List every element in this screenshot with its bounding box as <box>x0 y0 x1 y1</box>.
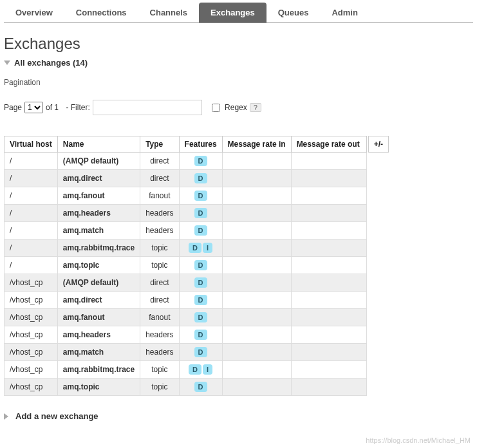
plus-minus-button[interactable]: +/- <box>368 136 388 153</box>
cell-rate-in <box>222 292 291 309</box>
cell-rate-in <box>222 326 291 344</box>
table-row: /amq.topictopicD <box>5 257 367 274</box>
filter-input[interactable] <box>93 100 202 115</box>
cell-type: direct <box>140 274 179 292</box>
cell-rate-in <box>222 153 291 170</box>
cell-rate-out <box>291 292 366 309</box>
cell-vhost: / <box>5 257 58 274</box>
chevron-right-icon <box>4 413 12 420</box>
tab-overview[interactable]: Overview <box>4 3 64 23</box>
cell-features: D <box>179 222 222 239</box>
cell-rate-in <box>222 170 291 187</box>
cell-rate-in <box>222 361 291 378</box>
cell-name[interactable]: amq.direct <box>57 170 140 187</box>
cell-features: D <box>179 344 222 361</box>
cell-rate-in <box>222 274 291 292</box>
cell-features: D <box>179 205 222 222</box>
cell-features: D <box>179 153 222 170</box>
cell-rate-out <box>291 205 366 222</box>
feature-badge-d: D <box>194 277 207 288</box>
cell-name[interactable]: amq.match <box>57 222 140 239</box>
cell-name[interactable]: amq.rabbitmq.trace <box>57 361 140 378</box>
cell-name[interactable]: amq.headers <box>57 326 140 344</box>
cell-features: DI <box>179 239 222 257</box>
tab-channels[interactable]: Channels <box>138 3 200 23</box>
feature-badge-d: D <box>189 243 201 253</box>
feature-badge-i: I <box>203 364 212 375</box>
col-rate-out[interactable]: Message rate out <box>291 136 366 153</box>
page-of-label: of 1 <box>46 103 59 112</box>
col-rate-in[interactable]: Message rate in <box>222 136 291 153</box>
pagination-title: Pagination <box>4 78 473 87</box>
col-type[interactable]: Type <box>140 136 179 153</box>
feature-badge-d: D <box>194 173 207 183</box>
cell-name[interactable]: amq.match <box>57 344 140 361</box>
cell-type: topic <box>140 239 179 257</box>
regex-checkbox[interactable] <box>212 104 220 112</box>
col-features[interactable]: Features <box>179 136 222 153</box>
cell-name[interactable]: amq.fanout <box>57 187 140 205</box>
table-row: /vhost_cpamq.rabbitmq.tracetopicDI <box>5 361 367 378</box>
main-tabs: OverviewConnectionsChannelsExchangesQueu… <box>4 3 473 23</box>
cell-type: topic <box>140 378 179 396</box>
col-name[interactable]: Name <box>57 136 140 153</box>
cell-type: direct <box>140 170 179 187</box>
cell-name[interactable]: amq.headers <box>57 205 140 222</box>
feature-badge-d: D <box>189 364 201 375</box>
add-exchange-label: Add a new exchange <box>15 411 98 421</box>
tab-admin[interactable]: Admin <box>320 3 369 23</box>
cell-features: D <box>179 274 222 292</box>
table-row: /amq.rabbitmq.tracetopicDI <box>5 239 367 257</box>
cell-vhost: /vhost_cp <box>5 274 58 292</box>
cell-name[interactable]: (AMQP default) <box>57 153 140 170</box>
cell-vhost: / <box>5 170 58 187</box>
table-row: /vhost_cpamq.headersheadersD <box>5 326 367 344</box>
cell-name[interactable]: (AMQP default) <box>57 274 140 292</box>
section-all-exchanges[interactable]: All exchanges (14) <box>4 58 473 68</box>
cell-vhost: /vhost_cp <box>5 361 58 378</box>
cell-rate-out <box>291 326 366 344</box>
cell-rate-in <box>222 239 291 257</box>
tab-queues[interactable]: Queues <box>267 3 321 23</box>
cell-type: headers <box>140 205 179 222</box>
cell-rate-in <box>222 378 291 396</box>
table-row: /amq.fanoutfanoutD <box>5 187 367 205</box>
cell-name[interactable]: amq.direct <box>57 292 140 309</box>
cell-rate-out <box>291 170 366 187</box>
cell-rate-out <box>291 309 366 326</box>
cell-rate-out <box>291 222 366 239</box>
feature-badge-d: D <box>194 312 207 322</box>
cell-name[interactable]: amq.topic <box>57 257 140 274</box>
page-label: Page <box>4 103 22 112</box>
page-select[interactable]: 1 <box>24 102 43 113</box>
cell-features: D <box>179 292 222 309</box>
cell-type: headers <box>140 344 179 361</box>
table-row: /amq.headersheadersD <box>5 205 367 222</box>
table-row: /amq.directdirectD <box>5 170 367 187</box>
cell-name[interactable]: amq.fanout <box>57 309 140 326</box>
tab-connections[interactable]: Connections <box>64 3 138 23</box>
feature-badge-d: D <box>194 225 207 236</box>
col-vhost[interactable]: Virtual host <box>5 136 58 153</box>
chevron-down-icon <box>4 61 10 65</box>
cell-vhost: / <box>5 205 58 222</box>
feature-badge-d: D <box>194 347 207 357</box>
help-icon[interactable]: ? <box>250 103 261 112</box>
cell-name[interactable]: amq.topic <box>57 378 140 396</box>
feature-badge-i: I <box>203 243 212 253</box>
cell-features: D <box>179 170 222 187</box>
tab-exchanges[interactable]: Exchanges <box>199 3 267 23</box>
section-add-exchange[interactable]: Add a new exchange <box>4 411 473 421</box>
section-all-label: All exchanges (14) <box>14 58 88 68</box>
cell-rate-out <box>291 344 366 361</box>
cell-type: headers <box>140 222 179 239</box>
cell-vhost: /vhost_cp <box>5 326 58 344</box>
cell-rate-out <box>291 239 366 257</box>
cell-rate-in <box>222 309 291 326</box>
cell-rate-in <box>222 257 291 274</box>
feature-badge-d: D <box>194 156 207 166</box>
cell-name[interactable]: amq.rabbitmq.trace <box>57 239 140 257</box>
cell-rate-in <box>222 344 291 361</box>
table-row: /vhost_cpamq.topictopicD <box>5 378 367 396</box>
table-row: /vhost_cpamq.directdirectD <box>5 292 367 309</box>
